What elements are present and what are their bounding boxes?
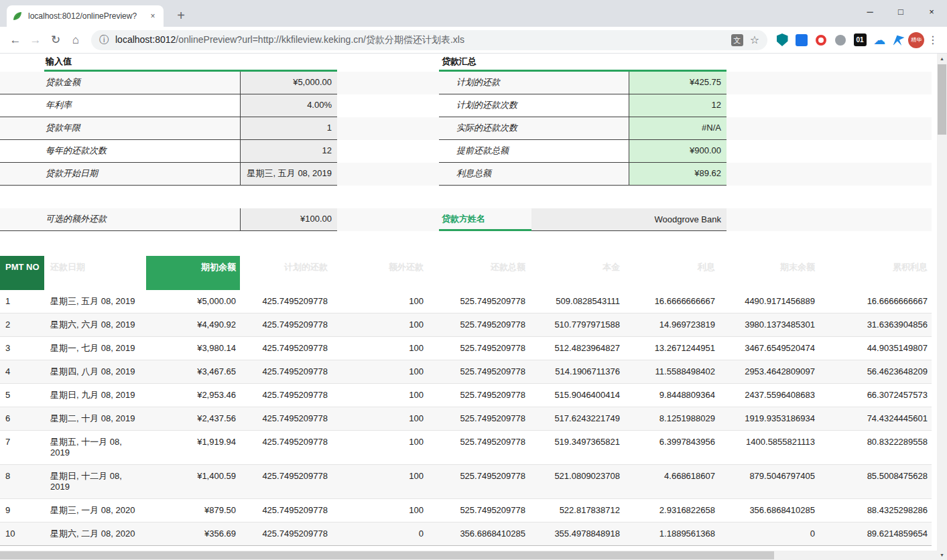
table-row: 每年的还款次数12 <box>0 140 337 163</box>
table-cell: 6.3997843956 <box>624 431 719 464</box>
table-cell: 5 <box>0 384 44 407</box>
table-cell: 514.1906711376 <box>529 360 624 383</box>
table-cell: 517.6243221749 <box>529 407 624 430</box>
table-cell: 522.817838712 <box>529 499 624 522</box>
scroll-down-icon[interactable]: ▼ <box>937 550 947 560</box>
table-row: 9星期三, 一月 08, 2020¥879.50425.749520977810… <box>0 499 932 522</box>
table-cell: ¥4,490.92 <box>146 313 240 336</box>
reload-button[interactable]: ↻ <box>46 30 66 50</box>
column-header: 利息 <box>624 256 719 290</box>
table-cell: 356.6868410285 <box>428 522 529 545</box>
table-cell: 7 <box>0 431 44 464</box>
table-cell: 13.2671244951 <box>624 337 719 360</box>
browser-tab[interactable]: localhost:8012/onlinePreview? × <box>7 5 164 27</box>
bookmark-star-icon[interactable]: ☆ <box>750 33 759 46</box>
table-cell: 100 <box>332 465 428 498</box>
table-cell: 425.7495209778 <box>240 522 332 545</box>
vertical-scroll-thumb[interactable] <box>938 64 946 135</box>
url-path: /onlinePreview?url=http://kkfileview.kek… <box>176 34 464 45</box>
table-cell: 16.6666666667 <box>819 290 932 313</box>
close-button[interactable]: × <box>916 0 947 23</box>
table-cell: 525.7495209778 <box>428 499 529 522</box>
address-bar[interactable]: ⓘ localhost:8012/onlinePreview?url=http:… <box>91 30 767 50</box>
horizontal-scroll-thumb[interactable] <box>0 551 774 559</box>
table-cell: ¥3,467.65 <box>146 360 240 383</box>
table-cell: 2437.5596408683 <box>719 384 819 407</box>
table-row: 提前还款总额¥900.00 <box>439 140 727 163</box>
column-header: 累积利息 <box>819 256 932 290</box>
cloud-extension-icon[interactable]: ☁ <box>873 33 886 47</box>
table-cell: 512.4823964827 <box>529 337 624 360</box>
row-value: ¥425.75 <box>629 72 727 94</box>
tab-close-icon[interactable]: × <box>147 11 158 21</box>
table-cell: 31.6363904856 <box>819 313 932 336</box>
table-cell: 66.3072457573 <box>819 384 932 407</box>
table-cell: 星期日, 十二月 08, 2019 <box>44 465 146 498</box>
table-cell: 100 <box>332 337 428 360</box>
table-cell: ¥2,953.46 <box>146 384 240 407</box>
table-cell: ¥879.50 <box>146 499 240 522</box>
row-label: 贷款金额 <box>0 72 240 94</box>
table-cell: 100 <box>332 360 428 383</box>
back-button[interactable]: ← <box>5 30 25 50</box>
row-label: 利息总额 <box>439 163 629 185</box>
table-cell: 14.969723819 <box>624 313 719 336</box>
table-header-row: PMT NO还款日期期初余额计划的还款额外还款还款总额本金利息期末余额累积利息 <box>0 256 932 290</box>
shield-extension-icon[interactable] <box>775 33 789 47</box>
url-text[interactable]: localhost:8012/onlinePreview?url=http://… <box>115 34 724 46</box>
row-label: 贷款年限 <box>0 117 240 139</box>
table-cell: 3980.1373485301 <box>719 313 819 336</box>
vertical-scrollbar[interactable]: ▲ ▼ <box>937 54 947 560</box>
table-row: 6星期二, 十月 08, 2019¥2,437.56425.7495209778… <box>0 407 932 431</box>
input-rows: 贷款金额¥5,000.00年利率4.00%贷款年限1每年的还款次数12贷款开始日… <box>0 72 337 186</box>
profile-avatar[interactable]: 精华 <box>908 32 924 48</box>
minimize-button[interactable]: ─ <box>855 0 885 23</box>
table-row: 计划的还款¥425.75 <box>439 72 727 94</box>
row-value: #N/A <box>629 117 727 139</box>
translate-icon[interactable]: 文 <box>731 34 743 46</box>
opera-extension-icon[interactable] <box>814 33 828 47</box>
table-cell: 100 <box>332 384 428 407</box>
maximize-button[interactable]: □ <box>885 0 916 23</box>
row-value: 12 <box>240 140 337 162</box>
translate-extension-icon[interactable] <box>795 33 808 47</box>
page-info-icon[interactable]: ⓘ <box>99 34 109 46</box>
table-cell: 510.7797971588 <box>529 313 624 336</box>
spreadsheet-preview: 输入值 贷款金额¥5,000.00年利率4.00%贷款年限1每年的还款次数12贷… <box>0 54 937 551</box>
table-cell: 4 <box>0 360 44 383</box>
table-cell: 89.6214859654 <box>819 522 932 545</box>
table-cell: 星期日, 九月 08, 2019 <box>44 384 146 407</box>
table-cell: 星期四, 八月 08, 2019 <box>44 360 146 383</box>
table-cell: 星期三, 一月 08, 2020 <box>44 499 146 522</box>
table-row: 贷款年限1 <box>0 117 337 140</box>
bird-extension-icon[interactable] <box>892 33 905 47</box>
table-row: 实际的还款次数#N/A <box>439 117 727 140</box>
extension-bar: 01 ☁ <box>773 33 908 47</box>
table-row: 贷款开始日期星期三, 五月 08, 2019 <box>0 163 337 186</box>
notes-01-extension-icon[interactable]: 01 <box>853 33 867 47</box>
table-row: 5星期日, 九月 08, 2019¥2,953.46425.7495209778… <box>0 384 932 407</box>
table-cell: 88.4325298286 <box>819 499 932 522</box>
lender-label: 贷款方姓名 <box>439 208 531 231</box>
table-cell: 星期二, 十月 08, 2019 <box>44 407 146 430</box>
person-extension-icon[interactable] <box>834 33 847 47</box>
row-label: 年利率 <box>0 94 240 117</box>
home-button[interactable]: ⌂ <box>66 30 86 50</box>
table-cell: 6 <box>0 407 44 430</box>
table-cell: 425.7495209778 <box>240 407 332 430</box>
table-cell: 525.7495209778 <box>428 360 529 383</box>
table-cell: 9 <box>0 499 44 522</box>
table-cell: ¥3,980.14 <box>146 337 240 360</box>
browser-menu-icon[interactable]: ⋮ <box>924 33 942 46</box>
table-cell: 525.7495209778 <box>428 290 529 313</box>
row-value: ¥100.00 <box>240 208 337 230</box>
table-cell: 425.7495209778 <box>240 384 332 407</box>
horizontal-scrollbar[interactable] <box>0 551 937 560</box>
row-value: ¥89.62 <box>629 163 727 185</box>
row-value: ¥5,000.00 <box>240 72 337 94</box>
new-tab-button[interactable]: + <box>172 7 190 25</box>
scroll-up-icon[interactable]: ▲ <box>937 54 947 64</box>
column-header: 还款日期 <box>44 256 146 290</box>
blank-row <box>0 186 337 208</box>
table-cell: 0 <box>719 522 819 545</box>
